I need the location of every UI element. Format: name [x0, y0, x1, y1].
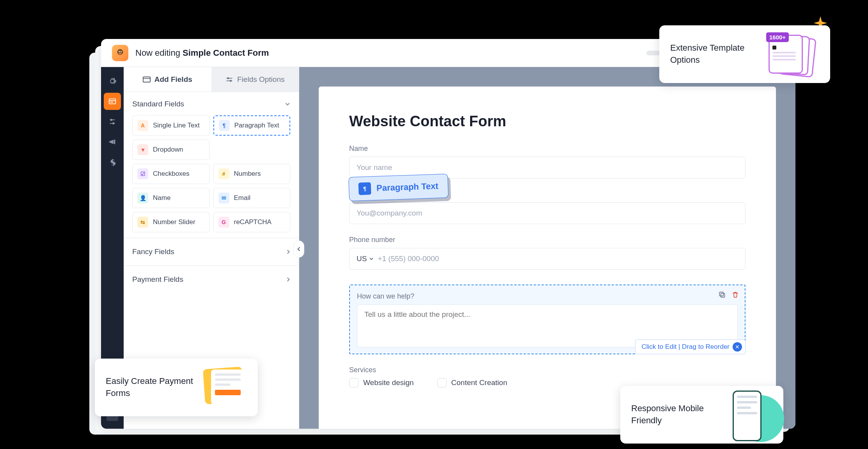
svg-point-8 [110, 119, 112, 121]
field-dropdown[interactable]: ▾Dropdown [132, 140, 209, 160]
duplicate-icon[interactable] [718, 291, 726, 299]
section-payment-fields[interactable]: Payment Fields [124, 265, 299, 293]
tab-add-fields[interactable]: Add Fields [124, 67, 211, 92]
field-paragraph-text[interactable]: ¶Paragraph Text [213, 115, 291, 136]
section-fancy-fields[interactable]: Fancy Fields [124, 238, 299, 265]
help-label: How can we help? [357, 292, 738, 301]
svg-point-3 [119, 52, 122, 54]
field-numbers[interactable]: #Numbers [213, 164, 291, 184]
form-name: Simple Contact Form [183, 48, 269, 58]
templates-count-badge: 1600+ [766, 32, 789, 42]
text-icon: A [137, 120, 148, 131]
form-canvas: Website Contact Form Name Email Phone nu… [299, 67, 795, 429]
tab-field-options[interactable]: Fields Options [211, 67, 299, 92]
field-recaptcha[interactable]: GreCAPTCHA [213, 212, 291, 232]
section-standard-fields[interactable]: Standard Fields [124, 92, 299, 114]
chevron-down-icon [285, 101, 290, 107]
reorder-hint[interactable]: Click to Edit | Drag to Reorder ✕ [635, 339, 746, 354]
svg-rect-4 [109, 99, 116, 104]
field-single-line-text[interactable]: ASingle Line Text [132, 115, 209, 136]
chevron-right-icon [286, 277, 290, 282]
form-field-services[interactable]: Services Website design Content Creation [349, 366, 746, 387]
chevron-right-icon [286, 249, 290, 255]
checkbox-content-creation[interactable]: Content Creation [437, 378, 508, 387]
rail-options[interactable] [104, 113, 121, 130]
field-email[interactable]: ✉Email [213, 188, 291, 208]
phone-country-select[interactable]: US [357, 255, 374, 263]
template-cards-graphic: 1600+ [769, 35, 819, 74]
form-field-help-selected[interactable]: How can we help? Click to Edit | Drag to… [349, 285, 746, 354]
svg-point-1 [119, 51, 120, 52]
hash-icon: # [218, 168, 229, 179]
form-field-phone[interactable]: Phone number US +1 (555) 000-0000 [349, 236, 746, 270]
phone-label: Phone number [349, 236, 746, 244]
rail-settings[interactable] [104, 72, 121, 90]
checkbox-website-design[interactable]: Website design [349, 378, 414, 387]
svg-rect-18 [719, 292, 723, 296]
field-name[interactable]: 👤Name [132, 188, 209, 208]
delete-icon[interactable] [731, 291, 739, 299]
checkbox-icon [349, 378, 359, 387]
form-preview: Website Contact Form Name Email Phone nu… [319, 87, 776, 429]
callout-payment: Easily Create Payment Forms [95, 359, 258, 416]
dropdown-icon: ▾ [137, 144, 148, 155]
svg-point-2 [121, 51, 122, 52]
field-checkboxes[interactable]: ☑Checkboxes [132, 164, 209, 184]
form-title: Website Contact Form [349, 113, 746, 130]
chevron-left-icon [297, 246, 301, 252]
app-logo [112, 45, 128, 61]
callout-mobile: Responsive Mobile Friendly [620, 386, 783, 444]
payment-graphic [204, 368, 247, 407]
mail-icon: ✉ [218, 193, 229, 203]
email-input[interactable] [349, 202, 746, 224]
svg-rect-17 [721, 293, 725, 297]
slider-icon: ⇆ [137, 217, 148, 228]
paragraph-icon: ¶ [219, 120, 230, 131]
close-icon[interactable]: ✕ [733, 342, 742, 352]
sidebar-collapse-handle[interactable] [293, 240, 304, 258]
editing-label: Now editing Simple Contact Form [135, 48, 269, 58]
svg-point-10 [113, 123, 114, 124]
person-icon: 👤 [137, 193, 148, 203]
dragging-field-chip[interactable]: ¶ Paragraph Text [348, 174, 449, 202]
svg-rect-11 [143, 77, 150, 82]
name-label: Name [349, 145, 746, 153]
field-grid: ASingle Line Text ¶Paragraph Text ▾Dropd… [124, 114, 299, 238]
phone-placeholder: +1 (555) 000-0000 [378, 255, 439, 263]
form-field-name[interactable]: Name [349, 145, 746, 179]
checkbox-icon: ☑ [137, 168, 148, 179]
mobile-graphic [730, 395, 772, 434]
callout-templates: Extensive Template Options 1600+ [659, 25, 830, 83]
rail-payments[interactable] [104, 154, 121, 171]
chevron-down-icon [369, 256, 374, 261]
rail-fields[interactable] [104, 93, 121, 110]
services-label: Services [349, 366, 746, 374]
checkbox-icon [437, 378, 447, 387]
paragraph-icon: ¶ [359, 182, 371, 195]
editing-prefix: Now editing [135, 48, 183, 58]
recaptcha-icon: G [218, 217, 229, 228]
rail-marketing[interactable] [104, 133, 121, 150]
field-number-slider[interactable]: ⇆Number Slider [132, 212, 209, 232]
